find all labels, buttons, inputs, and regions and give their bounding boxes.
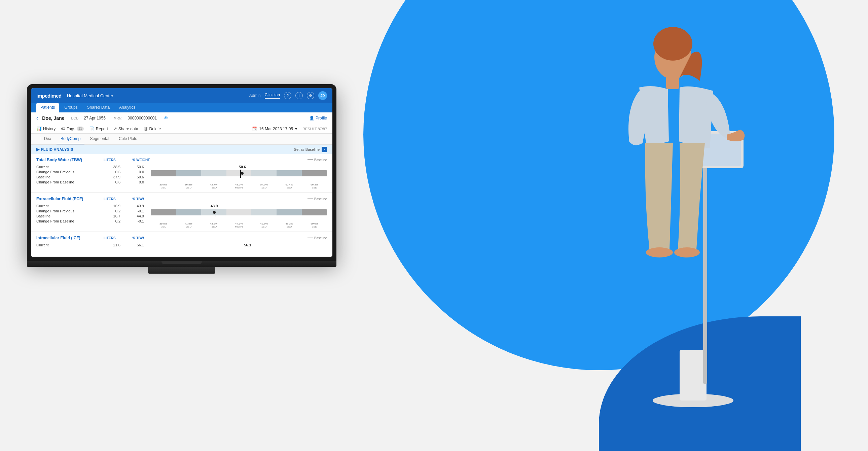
back-button[interactable]: ‹ xyxy=(36,115,38,121)
icf-section: Intracellular Fluid (ICF) LITERS % TBW B… xyxy=(31,232,332,257)
tbw-prev-val2: 0.0 xyxy=(127,170,144,174)
ecf-current-val2: 43.9 xyxy=(127,204,144,208)
icf-units: LITERS % TBW xyxy=(104,236,144,240)
laptop-stand xyxy=(148,267,215,274)
tbw-label-1: 30.9%-3SD xyxy=(151,183,176,189)
ecf-seg-2 xyxy=(176,209,201,215)
user-avatar[interactable]: JD xyxy=(318,91,327,100)
ecf-label-5: 46.6%1SD xyxy=(251,222,277,228)
history-button[interactable]: 📊 History xyxy=(36,126,56,131)
history-label: History xyxy=(43,126,56,131)
ecf-current-label: Current xyxy=(36,204,104,208)
mrn-label: MRN: xyxy=(114,116,122,120)
delete-button[interactable]: 🗑 Delete xyxy=(144,126,161,131)
tbw-label-7: 66.3%3SD xyxy=(302,183,327,189)
ecf-prev-val1: 0.2 xyxy=(104,209,120,213)
tbw-current-val2: 50.6 xyxy=(127,165,144,169)
eye-icon[interactable]: 👁 xyxy=(163,115,168,121)
baseline-text-icf: Baseline xyxy=(314,236,327,240)
tbw-header: Total Body Water (TBW) LITERS % WEIGHT B… xyxy=(36,157,327,162)
ecf-header: Extracellular Fluid (ECF) LITERS % TBW B… xyxy=(36,197,327,201)
role-clinician[interactable]: Clinician xyxy=(265,93,280,99)
info-icon[interactable]: i xyxy=(296,92,303,99)
laptop-screen: impedimed Hospital Medical Center Admin … xyxy=(31,88,332,257)
ecf-unit1: LITERS xyxy=(104,197,116,201)
tab-bodycomp[interactable]: BodyComp xyxy=(57,133,85,144)
report-button[interactable]: 📄 Report xyxy=(89,126,108,131)
dob-value: 27 Apr 1956 xyxy=(84,116,106,120)
settings-icon[interactable]: ⚙ xyxy=(307,92,314,99)
profile-label: Profile xyxy=(316,116,327,120)
ecf-label-4: 44.9%MEAN xyxy=(226,222,252,228)
ecf-baseline-val2: 44.0 xyxy=(127,214,144,218)
patient-name: Doe, Jane xyxy=(42,115,64,121)
tbw-marker xyxy=(241,172,244,175)
ecf-unit2: % TBW xyxy=(132,197,144,201)
delete-icon: 🗑 xyxy=(144,126,148,131)
icf-current-label: Current xyxy=(36,243,104,247)
tbw-seg-4 xyxy=(226,170,252,176)
nav-tab-patients[interactable]: Patients xyxy=(36,103,59,113)
delete-label: Delete xyxy=(149,126,161,131)
tbw-change-baseline-val1: 0.6 xyxy=(104,180,120,184)
icf-unit2: % TBW xyxy=(132,236,144,240)
baseline-text-ecf: Baseline xyxy=(314,197,327,201)
tbw-baseline-row: Baseline 37.9 50.6 xyxy=(36,175,141,179)
tbw-section: Total Body Water (TBW) LITERS % WEIGHT B… xyxy=(31,154,332,193)
fluid-analysis-label: FLUID ANALYSIS xyxy=(41,147,74,151)
svg-rect-2 xyxy=(703,148,707,384)
result-label: RESULT 87/87 xyxy=(303,127,327,131)
tag-icon: 🏷 xyxy=(61,126,65,131)
patient-bar: ‹ Doe, Jane DOB 27 Apr 1956 MRN: 0000000… xyxy=(31,113,332,124)
nav-tab-groups[interactable]: Groups xyxy=(60,103,82,113)
svg-rect-7 xyxy=(666,76,679,89)
tbw-change-baseline-row: Change From Baseline 0.6 0.0 xyxy=(36,180,141,184)
nav-tabs: Patients Groups Shared Data Analytics xyxy=(31,103,332,113)
ecf-label-7: 50.0%3SD xyxy=(302,222,327,228)
help-icon[interactable]: ? xyxy=(284,92,291,99)
svg-point-8 xyxy=(646,247,673,258)
icf-unit1: LITERS xyxy=(104,236,116,240)
icf-current-val2: 56.1 xyxy=(127,243,144,247)
tbw-seg-2 xyxy=(176,170,201,176)
ecf-seg-1 xyxy=(151,209,176,215)
dob-label: DOB xyxy=(71,116,79,120)
tab-cole-plots[interactable]: Cole Plots xyxy=(115,133,141,144)
baseline-dash-ecf xyxy=(308,199,313,199)
ecf-label-3: 43.2%-1SD xyxy=(201,222,226,228)
svg-rect-1 xyxy=(680,350,707,400)
ecf-label-6: 48.3%2SD xyxy=(277,222,302,228)
tbw-label-6: 60.4%2SD xyxy=(277,183,302,189)
hospital-name: Hospital Medical Center xyxy=(67,93,249,98)
nav-tab-shared-data[interactable]: Shared Data xyxy=(83,103,114,113)
ecf-label-2: 41.5%-2SD xyxy=(176,222,201,228)
share-data-label: Share data xyxy=(118,126,138,131)
profile-button[interactable]: 👤 Profile xyxy=(309,116,327,120)
tbw-unit2: % WEIGHT xyxy=(132,158,150,162)
tab-segmental[interactable]: Segmental xyxy=(86,133,113,144)
laptop-base xyxy=(27,261,336,267)
ecf-prev-label: Change From Previous xyxy=(36,209,104,213)
ecf-change-baseline-row: Change From Baseline 0.2 -0.1 xyxy=(36,219,141,223)
tbw-seg-6 xyxy=(277,170,302,176)
tab-l-dex[interactable]: L-Dex xyxy=(36,133,55,144)
baseline-checkbox[interactable]: ✓ xyxy=(322,147,327,152)
tags-count: 11 xyxy=(77,126,84,131)
nav-tab-analytics[interactable]: Analytics xyxy=(115,103,139,113)
expand-icon[interactable]: ▶ xyxy=(36,147,40,152)
tbw-prev-label: Change From Previous xyxy=(36,170,104,174)
tbw-current-label: Current xyxy=(36,165,104,169)
role-admin[interactable]: Admin xyxy=(249,93,261,98)
tbw-units: LITERS % WEIGHT xyxy=(104,158,150,162)
tbw-prev-row: Change From Previous 0.6 0.0 xyxy=(36,170,141,174)
icf-title: Intracellular Fluid (ICF) xyxy=(36,236,104,240)
tbw-current-val1: 38.5 xyxy=(104,165,120,169)
date-selector[interactable]: 📅 16 Mar 2023 17:05 ▾ xyxy=(252,126,297,131)
person-figure xyxy=(585,13,814,419)
share-data-button[interactable]: ↗ Share data xyxy=(113,126,138,131)
icf-current-row: Current 21.6 56.1 xyxy=(36,243,141,247)
ecf-title: Extracellular Fluid (ECF) xyxy=(36,197,104,201)
tbw-baseline-label: Baseline xyxy=(36,175,104,179)
tags-button[interactable]: 🏷 Tags 11 xyxy=(61,126,84,131)
ecf-chart-value: 43.9 xyxy=(211,204,218,208)
